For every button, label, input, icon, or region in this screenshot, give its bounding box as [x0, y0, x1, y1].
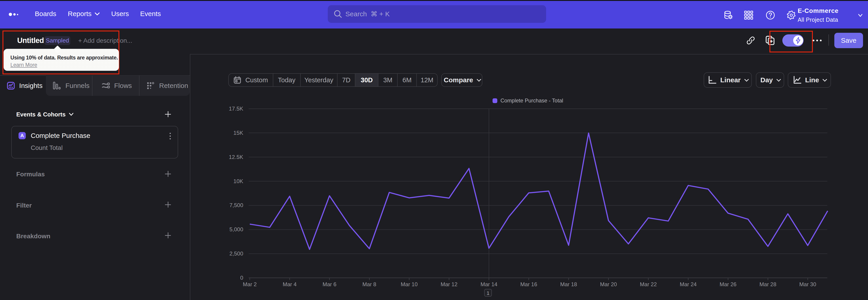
svg-text:Mar 28: Mar 28 [760, 281, 776, 287]
svg-text:Mar 4: Mar 4 [283, 281, 297, 287]
svg-text:Mar 2: Mar 2 [243, 281, 256, 287]
svg-text:Mar 22: Mar 22 [640, 281, 657, 287]
svg-text:Mar 16: Mar 16 [520, 281, 537, 287]
svg-text:Mar 10: Mar 10 [401, 281, 418, 287]
svg-text:12.5K: 12.5K [229, 154, 243, 160]
svg-text:10K: 10K [234, 178, 243, 184]
svg-text:Mar 12: Mar 12 [440, 281, 458, 287]
svg-text:15K: 15K [234, 130, 243, 136]
svg-text:Mar 18: Mar 18 [560, 281, 577, 287]
svg-text:2,500: 2,500 [229, 250, 243, 257]
svg-text:Mar 14: Mar 14 [480, 281, 498, 287]
svg-text:5,000: 5,000 [229, 226, 243, 232]
svg-text:7,500: 7,500 [229, 202, 243, 208]
svg-text:Mar 24: Mar 24 [680, 281, 697, 287]
svg-text:Mar 6: Mar 6 [322, 281, 336, 287]
svg-text:17.5K: 17.5K [229, 106, 243, 112]
svg-text:Mar 8: Mar 8 [362, 281, 376, 287]
svg-text:Mar 20: Mar 20 [600, 281, 617, 287]
svg-text:0: 0 [240, 275, 243, 281]
svg-text:Mar 30: Mar 30 [799, 281, 816, 287]
svg-text:Mar 26: Mar 26 [719, 281, 737, 287]
